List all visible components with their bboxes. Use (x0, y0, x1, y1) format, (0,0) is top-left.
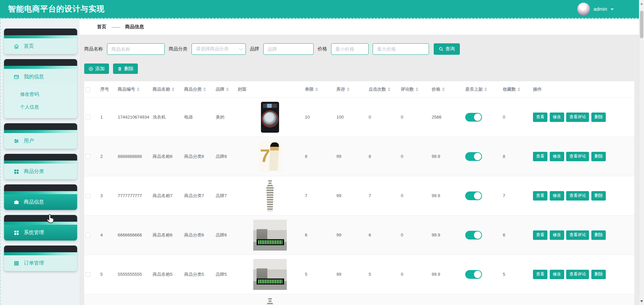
min-price-input[interactable] (331, 43, 369, 55)
row-checkbox[interactable] (86, 193, 90, 198)
breadcrumb-home[interactable]: 首页 (97, 24, 106, 30)
cell-clicks: 6 (367, 215, 399, 255)
sidebar-item-my-info[interactable]: 我的信息 修改密码 个人信息 (4, 59, 77, 118)
product-cover-image (253, 259, 287, 290)
edit-button[interactable]: 修改 (550, 270, 564, 279)
cell-actions: 查看 修改 查看评论 删除 (532, 97, 634, 137)
sort-icon[interactable] (315, 87, 318, 91)
user-menu[interactable]: admin (577, 3, 614, 15)
brand-label: 品牌 (250, 46, 259, 52)
cell-favs (501, 294, 532, 305)
cell-favs: 5 (501, 255, 532, 294)
row-checkbox[interactable] (86, 233, 90, 237)
sidebar-item-label: 商品分类 (24, 168, 44, 175)
chevron-down-icon (610, 8, 614, 10)
select-all-checkbox[interactable] (86, 87, 90, 92)
cell-comments: 0 (399, 255, 430, 294)
sort-icon[interactable] (518, 87, 520, 91)
view-comments-button[interactable]: 查看评论 (566, 113, 589, 122)
cell-stock: 99 (335, 215, 367, 255)
cell-seq: 4 (99, 215, 116, 255)
view-button[interactable]: 查看 (533, 191, 547, 201)
row-checkbox[interactable] (86, 272, 90, 277)
delete-row-button[interactable]: 删除 (591, 191, 606, 201)
delete-button[interactable]: 删除 (113, 63, 138, 74)
sort-icon[interactable] (416, 87, 418, 91)
sort-icon[interactable] (226, 87, 229, 91)
user-avatar[interactable] (577, 3, 590, 15)
edit-button[interactable]: 修改 (550, 230, 564, 240)
price-label: 价格 (318, 46, 327, 52)
sort-icon[interactable] (442, 87, 445, 91)
product-table: 序号 商品编号 商品名称 商品分类 品牌 封面 单限 库存 点击次数 评论数 价… (84, 81, 634, 305)
max-price-input[interactable] (373, 43, 429, 55)
sidebar-item-users[interactable]: 用户 (4, 123, 77, 149)
view-button[interactable]: 查看 (533, 152, 547, 161)
sort-icon[interactable] (172, 87, 174, 91)
on-shelf-toggle[interactable] (465, 231, 482, 239)
cell-category: 商品分类8 (183, 137, 214, 176)
table-row: 3 7777777777 商品名称7 商品分类7 品牌7 7 99 7 0 99… (84, 176, 634, 215)
sidebar-item-home[interactable]: 首页 (4, 29, 77, 54)
on-shelf-toggle[interactable] (465, 152, 482, 161)
top-header: 智能电商平台的设计与实现 admin (0, 0, 644, 18)
sort-icon[interactable] (137, 87, 140, 91)
cell-category: 商品分类7 (183, 176, 214, 215)
add-button[interactable]: 添加 (84, 63, 109, 74)
cell-category: 电器 (183, 97, 214, 137)
col-price: 价格 (430, 81, 464, 97)
product-name-input[interactable] (107, 43, 165, 55)
sort-icon[interactable] (484, 87, 487, 91)
vertical-scrollbar[interactable] (639, 0, 644, 305)
on-shelf-toggle[interactable] (465, 191, 482, 200)
brand-input[interactable] (263, 43, 314, 55)
col-brand: 品牌 (214, 81, 236, 97)
view-button[interactable]: 查看 (533, 270, 547, 279)
view-comments-button[interactable]: 查看评论 (566, 191, 589, 201)
sort-icon[interactable] (388, 87, 390, 91)
view-button[interactable]: 查看 (533, 230, 547, 240)
cell-code: 5555555555 (116, 255, 151, 294)
cell-seq: 2 (99, 137, 116, 176)
view-comments-button[interactable]: 查看评论 (566, 152, 589, 161)
username-label: admin (593, 6, 607, 12)
row-checkbox[interactable] (86, 154, 90, 159)
sort-icon[interactable] (203, 87, 206, 91)
cell-limit: 7 (304, 176, 335, 215)
scroll-down-arrow-icon[interactable] (640, 300, 643, 302)
row-checkbox[interactable] (86, 115, 90, 120)
category-select[interactable]: 请选择商品分类 (192, 43, 246, 55)
cell-limit (304, 294, 335, 305)
view-button[interactable]: 查看 (533, 113, 547, 122)
cell-name: 洗衣机 (151, 97, 183, 137)
sidebar-subitem-personal-info[interactable]: 个人信息 (4, 101, 77, 114)
delete-row-button[interactable]: 删除 (591, 113, 606, 122)
app-title: 智能电商平台的设计与实现 (0, 4, 105, 14)
delete-row-button[interactable]: 删除 (591, 152, 606, 161)
edit-button[interactable]: 修改 (550, 113, 564, 122)
nav-card-stripe (4, 191, 77, 194)
cell-name: 商品名称7 (151, 176, 183, 215)
view-comments-button[interactable]: 查看评论 (566, 270, 589, 279)
sidebar-item-product-info[interactable]: 商品信息 (4, 184, 77, 210)
scrollbar-thumb[interactable] (640, 11, 643, 38)
edit-button[interactable]: 修改 (550, 152, 564, 161)
edit-button[interactable]: 修改 (550, 191, 564, 201)
on-shelf-toggle[interactable] (465, 270, 482, 279)
search-button[interactable]: 查询 (434, 43, 460, 55)
sidebar-item-order-management[interactable]: 订单管理 (4, 246, 77, 271)
delete-row-button[interactable]: 删除 (591, 270, 606, 279)
nav-card-cap (4, 59, 77, 66)
cell-price: 99.9 (430, 176, 464, 215)
sidebar-item-product-category[interactable]: 商品分类 (4, 154, 77, 179)
on-shelf-toggle[interactable] (465, 113, 482, 122)
sidebar-subitem-change-password[interactable]: 修改密码 (4, 88, 77, 101)
col-on-shelf: 是否上架 (464, 81, 501, 97)
cell-price: 99.9 (430, 255, 464, 294)
sidebar-item-system-management[interactable]: 系统管理 (4, 215, 77, 241)
view-comments-button[interactable]: 查看评论 (566, 230, 589, 240)
nav-card-cap (4, 215, 77, 222)
scroll-up-arrow-icon[interactable] (640, 3, 643, 5)
delete-row-button[interactable]: 删除 (591, 230, 606, 240)
sort-icon[interactable] (347, 87, 350, 91)
